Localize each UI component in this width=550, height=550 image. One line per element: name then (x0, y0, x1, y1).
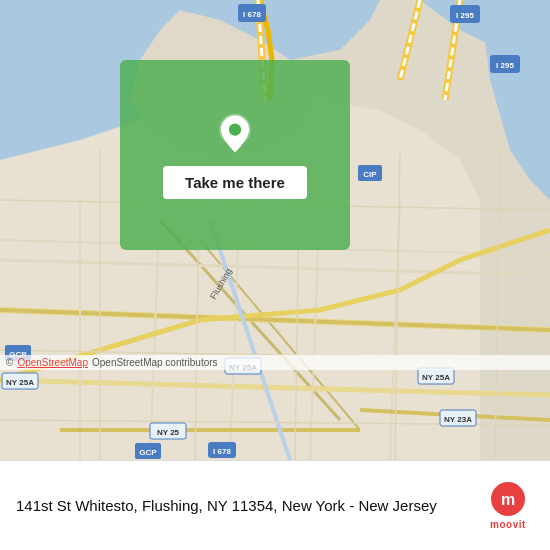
moovit-icon: m (490, 481, 526, 517)
svg-text:NY 25A: NY 25A (422, 373, 450, 382)
svg-text:NY 25A: NY 25A (6, 378, 34, 387)
svg-text:I 295: I 295 (496, 61, 514, 70)
copyright-symbol: © (6, 357, 13, 368)
address-text: 141st St Whitesto, Flushing, NY 11354, N… (16, 495, 470, 516)
svg-text:I 678: I 678 (243, 10, 261, 19)
svg-point-56 (229, 123, 241, 135)
svg-text:NY 25: NY 25 (157, 428, 180, 437)
openstreetmap-link[interactable]: OpenStreetMap (17, 357, 88, 368)
moovit-label: moovit (490, 519, 526, 530)
location-overlay: Take me there (120, 60, 350, 250)
contributors-text: OpenStreetMap contributors (92, 357, 218, 368)
svg-text:I 678: I 678 (213, 447, 231, 456)
copyright-bar: © OpenStreetMap OpenStreetMap contributo… (0, 355, 550, 370)
take-me-there-button[interactable]: Take me there (163, 166, 307, 199)
location-pin-icon (213, 112, 257, 156)
svg-text:NY 23A: NY 23A (444, 415, 472, 424)
info-bar: 141st St Whitesto, Flushing, NY 11354, N… (0, 460, 550, 550)
moovit-logo: m moovit (482, 481, 534, 530)
svg-text:I 295: I 295 (456, 11, 474, 20)
svg-text:CIP: CIP (363, 170, 377, 179)
svg-text:GCP: GCP (139, 448, 157, 457)
svg-text:m: m (501, 491, 515, 508)
map-container: I 678 I 295 I 295 GCP GCP CIP NY 25A NY … (0, 0, 550, 460)
